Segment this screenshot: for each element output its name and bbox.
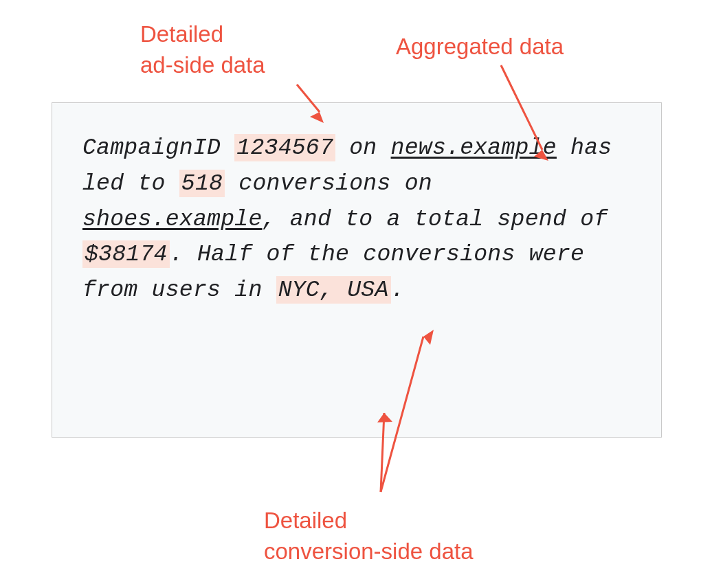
svg-marker-7 xyxy=(377,413,392,422)
diagram-container: Detailedad-side data Aggregated data Det… xyxy=(0,0,712,588)
arrow-conversion-side xyxy=(0,0,712,588)
svg-marker-5 xyxy=(423,330,434,345)
svg-line-4 xyxy=(381,337,423,492)
